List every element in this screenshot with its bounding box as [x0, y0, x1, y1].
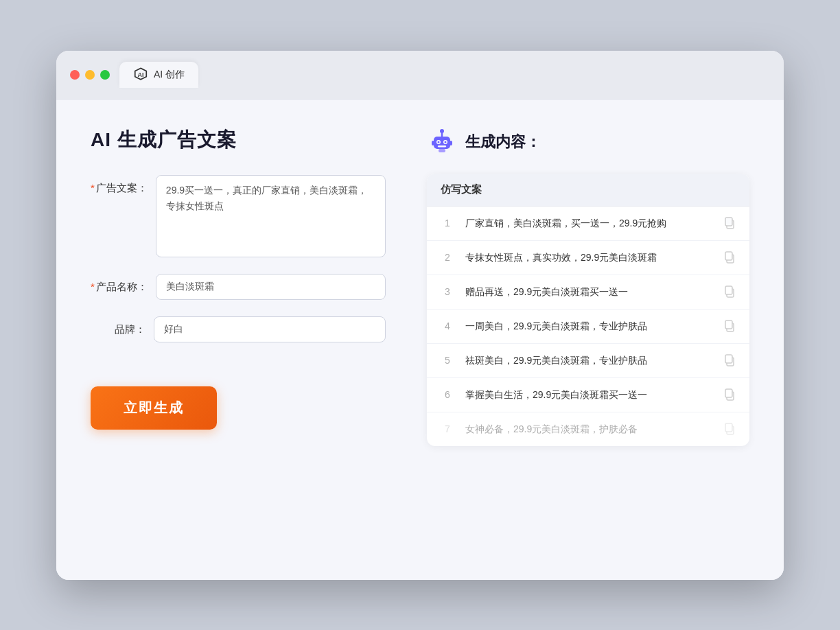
maximize-button[interactable]	[100, 70, 110, 80]
result-row: 5 祛斑美白，29.9元美白淡斑霜，专业护肤品	[427, 344, 749, 378]
svg-rect-14	[725, 218, 732, 226]
generate-button[interactable]: 立即生成	[91, 386, 217, 430]
minimize-button[interactable]	[85, 70, 95, 80]
window-controls	[70, 70, 110, 80]
svg-rect-10	[439, 149, 445, 152]
svg-rect-26	[725, 423, 732, 432]
row-number: 6	[441, 389, 454, 400]
title-bar: AI AI 创作	[56, 51, 784, 100]
result-row: 3 赠品再送，29.9元美白淡斑霜买一送一	[427, 275, 749, 310]
left-panel: AI 生成广告文案 *广告文案： 29.9买一送一，真正的厂家直销，美白淡斑霜，…	[91, 127, 386, 552]
svg-text:AI: AI	[138, 71, 144, 78]
row-text: 专抹女性斑点，真实功效，29.9元美白淡斑霜	[465, 250, 712, 265]
product-name-label: *产品名称：	[91, 274, 148, 294]
copy-icon	[723, 423, 736, 435]
result-row: 2 专抹女性斑点，真实功效，29.9元美白淡斑霜	[427, 241, 749, 275]
tab-label: AI 创作	[154, 69, 185, 81]
ad-copy-input[interactable]: 29.9买一送一，真正的厂家直销，美白淡斑霜，专抹女性斑点	[156, 175, 386, 257]
row-text: 掌握美白生活，29.9元美白淡斑霜买一送一	[465, 388, 712, 402]
ad-copy-label: *广告文案：	[91, 175, 148, 195]
ai-tab[interactable]: AI AI 创作	[119, 62, 198, 88]
result-row: 4 一周美白，29.9元美白淡斑霜，专业护肤品	[427, 310, 749, 344]
copy-icon[interactable]	[723, 217, 736, 229]
result-row-faded: 7 女神必备，29.9元美白淡斑霜，护肤必备	[427, 412, 749, 446]
product-name-group: *产品名称：	[91, 274, 386, 300]
svg-point-8	[445, 141, 447, 143]
svg-rect-22	[725, 355, 732, 363]
copy-icon[interactable]	[723, 251, 736, 264]
required-star-ad: *	[91, 182, 95, 194]
svg-rect-24	[725, 389, 732, 397]
copy-icon[interactable]	[723, 354, 736, 366]
svg-rect-9	[438, 145, 446, 148]
svg-rect-11	[432, 141, 434, 145]
row-text: 厂家直销，美白淡斑霜，买一送一，29.9元抢购	[465, 216, 712, 231]
page-title: AI 生成广告文案	[91, 127, 386, 153]
brand-input[interactable]	[154, 316, 386, 342]
row-number: 5	[441, 355, 454, 366]
robot-icon	[427, 127, 457, 157]
row-text: 女神必备，29.9元美白淡斑霜，护肤必备	[465, 422, 712, 436]
close-button[interactable]	[70, 70, 80, 80]
result-title: 生成内容：	[465, 132, 541, 152]
ad-copy-group: *广告文案： 29.9买一送一，真正的厂家直销，美白淡斑霜，专抹女性斑点	[91, 175, 386, 257]
svg-rect-18	[725, 286, 732, 294]
right-panel: 生成内容： 仿写文案 1 厂家直销，美白淡斑霜，买一送一，29.9元抢购 2 专…	[427, 127, 749, 552]
browser-window: AI AI 创作 AI 生成广告文案 *广告文案： 29.9买一送一，真正的厂家…	[56, 51, 784, 580]
row-number: 2	[441, 252, 454, 263]
content-area: AI 生成广告文案 *广告文案： 29.9买一送一，真正的厂家直销，美白淡斑霜，…	[56, 100, 784, 580]
copy-icon[interactable]	[723, 388, 736, 401]
row-text: 一周美白，29.9元美白淡斑霜，专业护肤品	[465, 319, 712, 334]
ai-tab-icon: AI	[133, 67, 148, 82]
result-header: 生成内容：	[427, 127, 749, 157]
product-name-input[interactable]	[156, 274, 386, 300]
copy-icon[interactable]	[723, 320, 736, 332]
row-text: 赠品再送，29.9元美白淡斑霜买一送一	[465, 285, 712, 299]
copy-icon[interactable]	[723, 285, 736, 298]
brand-label: 品牌：	[91, 316, 145, 336]
svg-point-4	[440, 129, 444, 133]
svg-rect-16	[725, 252, 732, 260]
row-number: 4	[441, 320, 454, 331]
svg-rect-12	[450, 141, 452, 145]
svg-point-7	[438, 141, 440, 143]
row-number: 7	[441, 423, 454, 434]
row-number: 1	[441, 218, 454, 229]
row-number: 3	[441, 286, 454, 297]
result-table: 仿写文案 1 厂家直销，美白淡斑霜，买一送一，29.9元抢购 2 专抹女性斑点，…	[427, 174, 749, 446]
table-header: 仿写文案	[427, 174, 749, 207]
brand-group: 品牌：	[91, 316, 386, 342]
required-star-product: *	[91, 281, 95, 292]
svg-rect-20	[725, 320, 732, 329]
result-row: 1 厂家直销，美白淡斑霜，买一送一，29.9元抢购	[427, 207, 749, 241]
result-row: 6 掌握美白生活，29.9元美白淡斑霜买一送一	[427, 378, 749, 412]
row-text: 祛斑美白，29.9元美白淡斑霜，专业护肤品	[465, 353, 712, 368]
